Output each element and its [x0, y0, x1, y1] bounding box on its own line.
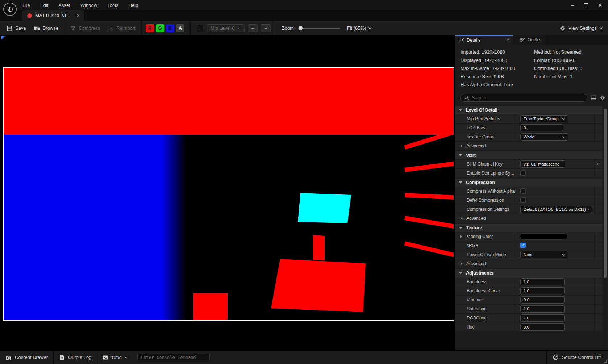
dropdown-power-of-two-mode[interactable]: None	[520, 251, 568, 258]
property-row-padding-color: Padding Color	[455, 232, 602, 241]
search-box[interactable]	[460, 94, 587, 102]
compress-icon	[70, 25, 76, 31]
source-control-button[interactable]: Source Control Off	[546, 351, 608, 364]
row-gutter	[594, 196, 602, 205]
menu-tools[interactable]: Tools	[107, 3, 118, 8]
terminal-icon	[103, 355, 108, 360]
section-header-level-of-detail[interactable]: Level Of Detail	[455, 106, 602, 114]
green-channel-button[interactable]: G	[156, 24, 164, 32]
blue-channel-button[interactable]: B	[166, 24, 174, 32]
tab-oodle[interactable]: Oodle	[514, 35, 545, 45]
zoom-slider[interactable]	[298, 28, 340, 29]
separator	[141, 21, 142, 35]
cmd-dropdown[interactable]: Cmd	[97, 351, 133, 364]
panel-scrollbar-thumb[interactable]	[604, 109, 607, 278]
settings-gear-icon[interactable]	[600, 95, 605, 101]
section-header-adjustments[interactable]: Adjustments	[455, 269, 602, 277]
dropdown-compression-settings[interactable]: Default (DXT1/5, BC1/3 on DX11)	[520, 206, 592, 213]
mip-plus-button[interactable]: +	[248, 24, 258, 32]
reimport-button[interactable]: Reimport	[104, 21, 139, 35]
input-vibrance[interactable]: 0.0	[520, 296, 565, 304]
panel-tabstrip: Details ✕ Oodle	[455, 35, 608, 45]
collapse-arrow-icon	[459, 181, 462, 184]
info-max-in-game: Max In-Game: 1920x1080	[461, 66, 534, 74]
menu-window[interactable]: Window	[80, 3, 97, 8]
close-tab-icon[interactable]: ✕	[76, 13, 80, 18]
menu-file[interactable]: File	[22, 3, 30, 8]
property-row-advanced[interactable]: Advanced	[455, 259, 602, 268]
property-row-advanced[interactable]: Advanced	[455, 214, 602, 223]
input-lod-bias[interactable]: 0	[520, 124, 563, 131]
output-log-button[interactable]: Output Log	[54, 351, 97, 364]
expand-arrow-icon[interactable]	[460, 235, 462, 238]
collapse-arrow-icon	[459, 154, 462, 156]
mip-level-checkbox[interactable]	[197, 25, 203, 31]
chevron-down-icon	[368, 26, 372, 29]
checkbox-enable-semaphore-synch[interactable]	[520, 170, 526, 176]
collapse-arrow-icon	[459, 272, 462, 274]
input-brightness[interactable]: 1.0	[520, 278, 565, 285]
section-header-vizrt[interactable]: Vizrt	[455, 151, 602, 159]
texture-preview-viewport[interactable]	[0, 35, 455, 350]
browse-button[interactable]: Browse	[30, 21, 62, 35]
close-details-tab-icon[interactable]: ✕	[507, 38, 509, 42]
input-brightness-curve[interactable]: 1.0	[520, 287, 565, 294]
panel-scrollbar[interactable]	[604, 108, 607, 347]
separator	[275, 21, 275, 35]
separator	[190, 21, 191, 35]
checkbox-srgb[interactable]: ✓	[520, 243, 526, 248]
checkbox-defer-compression[interactable]	[520, 197, 526, 203]
chevron-down-icon	[587, 207, 591, 210]
texture-image[interactable]	[3, 67, 454, 321]
texture-info-block: Imported: 1920x1080Displayed: 1920x1080M…	[455, 45, 608, 92]
maximize-button[interactable]	[584, 3, 588, 7]
save-button[interactable]: Save	[3, 21, 30, 35]
row-gutter	[594, 124, 602, 132]
zoom-slider-knob[interactable]	[299, 26, 303, 30]
console-command-field[interactable]	[137, 354, 210, 361]
tab-mattescene[interactable]: MATTESCENE ✕	[22, 10, 84, 21]
section-header-compression[interactable]: Compression	[455, 179, 602, 187]
input-shm-channel-key[interactable]: viz_01_mattescene	[520, 160, 565, 168]
red-stripe-3	[405, 195, 454, 197]
chevron-down-icon	[599, 26, 603, 29]
red-channel-button[interactable]: R	[146, 24, 154, 32]
gear-icon	[559, 25, 565, 31]
dropdown-mip-gen-settings[interactable]: FromTextureGroup	[520, 115, 568, 122]
search-input[interactable]	[472, 95, 584, 100]
content-drawer-button[interactable]: Content Drawer	[0, 351, 53, 364]
section-header-texture[interactable]: Texture	[455, 224, 602, 232]
alpha-channel-button[interactable]: A	[176, 24, 184, 32]
display-filter-grid-icon[interactable]	[591, 95, 596, 101]
property-row-rgbcurve: RGBCurve1.0	[455, 313, 602, 322]
property-row-power-of-two-mode: Power Of Two ModeNone	[455, 250, 602, 259]
close-window-button[interactable]: ✕	[598, 3, 602, 8]
menu-asset[interactable]: Asset	[58, 3, 70, 8]
color-swatch-padding-color[interactable]	[520, 234, 567, 239]
input-saturation[interactable]: 1.0	[520, 305, 565, 313]
row-gutter	[594, 232, 602, 241]
input-rgbcurve[interactable]: 1.0	[520, 314, 565, 322]
window-resize-grip[interactable]	[604, 360, 607, 363]
collapse-arrow-icon	[459, 227, 462, 229]
mip-level-dropdown[interactable]: Mip Level 0	[207, 24, 245, 32]
row-gutter: ↩	[594, 160, 602, 168]
view-settings-button[interactable]: View Settings	[559, 25, 602, 31]
checkbox-compress-without-alpha[interactable]	[520, 188, 526, 194]
texture-info-right-column: Method: Not StreamedFormat: R8G8B8A8Comb…	[534, 49, 608, 90]
menu-edit[interactable]: Edit	[40, 3, 48, 8]
menu-help[interactable]: Help	[128, 3, 138, 8]
mip-minus-button[interactable]: −	[261, 24, 271, 32]
unreal-logo-icon[interactable]: U	[3, 3, 17, 16]
fit-dropdown[interactable]: Fit (65%)	[347, 25, 372, 31]
search-row	[455, 92, 608, 105]
dropdown-texture-group[interactable]: World	[520, 133, 568, 141]
row-gutter	[594, 133, 602, 141]
minimize-button[interactable]: –	[571, 3, 574, 8]
input-hue[interactable]: 0.0	[520, 323, 565, 331]
tab-details[interactable]: Details ✕	[455, 35, 513, 45]
console-command-input[interactable]	[141, 355, 206, 360]
property-row-advanced[interactable]: Advanced	[455, 141, 602, 150]
compress-button[interactable]: Compress	[66, 21, 104, 35]
reset-to-default-icon[interactable]: ↩	[596, 162, 600, 166]
